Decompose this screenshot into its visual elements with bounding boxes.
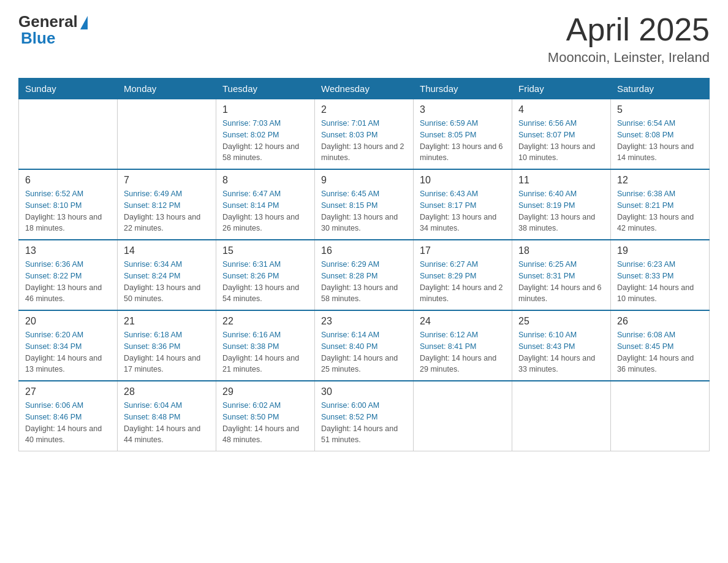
sunrise-text: Sunrise: 6:27 AM [420,260,478,269]
calendar-cell [414,381,512,451]
day-number: 14 [124,245,210,256]
day-info: Sunrise: 6:40 AMSunset: 8:19 PMDaylight:… [518,188,604,234]
calendar-cell: 2Sunrise: 7:01 AMSunset: 8:03 PMDaylight… [315,99,414,170]
calendar-cell [512,381,611,451]
sunrise-text: Sunrise: 6:18 AM [124,331,182,339]
sunrise-text: Sunrise: 6:45 AM [321,190,379,198]
day-number: 15 [222,245,308,256]
sunset-text: Sunset: 8:08 PM [617,131,673,139]
calendar-cell: 25Sunrise: 6:10 AMSunset: 8:43 PMDayligh… [512,310,611,381]
day-number: 30 [321,386,407,397]
calendar-cell: 7Sunrise: 6:49 AMSunset: 8:12 PMDaylight… [118,169,216,240]
day-info: Sunrise: 6:38 AMSunset: 8:21 PMDaylight:… [617,188,703,234]
daylight-text: Daylight: 13 hours and 14 minutes. [617,142,694,163]
calendar-cell [118,99,216,170]
sunset-text: Sunset: 8:03 PM [321,131,377,139]
sunrise-text: Sunrise: 7:01 AM [321,119,379,128]
sunrise-text: Sunrise: 6:10 AM [518,331,577,339]
day-info: Sunrise: 6:16 AMSunset: 8:38 PMDaylight:… [222,329,308,375]
day-number: 22 [222,316,308,327]
sunrise-text: Sunrise: 6:40 AM [518,190,577,198]
calendar-cell: 21Sunrise: 6:18 AMSunset: 8:36 PMDayligh… [118,310,216,381]
sunset-text: Sunset: 8:21 PM [617,201,673,210]
calendar-cell: 11Sunrise: 6:40 AMSunset: 8:19 PMDayligh… [512,169,611,240]
day-number: 1 [222,104,308,115]
day-info: Sunrise: 6:23 AMSunset: 8:33 PMDaylight:… [617,259,703,305]
sunset-text: Sunset: 8:36 PM [124,342,180,351]
calendar-cell: 15Sunrise: 6:31 AMSunset: 8:26 PMDayligh… [216,240,315,310]
day-info: Sunrise: 6:31 AMSunset: 8:26 PMDaylight:… [222,259,308,305]
day-number: 20 [25,316,111,327]
calendar-cell: 20Sunrise: 6:20 AMSunset: 8:34 PMDayligh… [19,310,118,381]
sunrise-text: Sunrise: 6:38 AM [617,190,675,198]
sunrise-text: Sunrise: 6:52 AM [25,190,83,198]
day-info: Sunrise: 6:12 AMSunset: 8:41 PMDaylight:… [420,329,506,375]
sunrise-text: Sunrise: 6:31 AM [222,260,281,269]
day-number: 4 [518,104,604,115]
daylight-text: Daylight: 13 hours and 58 minutes. [321,283,398,304]
sunset-text: Sunset: 8:40 PM [321,342,377,351]
daylight-text: Daylight: 14 hours and 33 minutes. [518,354,595,374]
calendar-cell: 19Sunrise: 6:23 AMSunset: 8:33 PMDayligh… [611,240,710,310]
daylight-text: Daylight: 13 hours and 30 minutes. [321,213,398,233]
day-number: 10 [420,175,506,186]
calendar-cell: 1Sunrise: 7:03 AMSunset: 8:02 PMDaylight… [216,99,315,170]
day-info: Sunrise: 6:56 AMSunset: 8:07 PMDaylight:… [518,118,604,164]
daylight-text: Daylight: 13 hours and 34 minutes. [420,213,496,233]
day-info: Sunrise: 6:27 AMSunset: 8:29 PMDaylight:… [420,259,506,305]
sunset-text: Sunset: 8:02 PM [222,131,279,139]
daylight-text: Daylight: 13 hours and 10 minutes. [518,142,595,163]
day-info: Sunrise: 7:01 AMSunset: 8:03 PMDaylight:… [321,118,407,164]
calendar-week-row: 1Sunrise: 7:03 AMSunset: 8:02 PMDaylight… [19,99,710,170]
calendar-week-row: 20Sunrise: 6:20 AMSunset: 8:34 PMDayligh… [19,310,710,381]
day-info: Sunrise: 6:20 AMSunset: 8:34 PMDaylight:… [25,329,111,375]
day-number: 3 [420,104,506,115]
calendar-cell: 4Sunrise: 6:56 AMSunset: 8:07 PMDaylight… [512,99,611,170]
day-info: Sunrise: 6:02 AMSunset: 8:50 PMDaylight:… [222,400,308,446]
day-info: Sunrise: 6:00 AMSunset: 8:52 PMDaylight:… [321,400,407,446]
sunrise-text: Sunrise: 6:23 AM [617,260,675,269]
day-info: Sunrise: 6:04 AMSunset: 8:48 PMDaylight:… [124,400,210,446]
location: Mooncoin, Leinster, Ireland [548,50,710,66]
day-number: 28 [124,386,210,397]
daylight-text: Daylight: 14 hours and 48 minutes. [222,424,299,445]
day-number: 18 [518,245,604,256]
sunset-text: Sunset: 8:19 PM [518,201,575,210]
sunset-text: Sunset: 8:46 PM [25,413,82,421]
sunset-text: Sunset: 8:50 PM [222,413,279,421]
sunset-text: Sunset: 8:17 PM [420,201,476,210]
day-number: 13 [25,245,111,256]
logo: General Blue [18,12,88,48]
daylight-text: Daylight: 14 hours and 36 minutes. [617,354,694,374]
sunset-text: Sunset: 8:45 PM [617,342,673,351]
day-info: Sunrise: 6:45 AMSunset: 8:15 PMDaylight:… [321,188,407,234]
sunrise-text: Sunrise: 7:03 AM [222,119,281,128]
day-number: 8 [222,175,308,186]
sunrise-text: Sunrise: 6:29 AM [321,260,379,269]
calendar-table: SundayMondayTuesdayWednesdayThursdayFrid… [18,78,710,451]
daylight-text: Daylight: 14 hours and 13 minutes. [25,354,102,374]
day-info: Sunrise: 6:14 AMSunset: 8:40 PMDaylight:… [321,329,407,375]
sunrise-text: Sunrise: 6:12 AM [420,331,478,339]
sunset-text: Sunset: 8:38 PM [222,342,279,351]
calendar-cell: 3Sunrise: 6:59 AMSunset: 8:05 PMDaylight… [414,99,512,170]
calendar-cell: 10Sunrise: 6:43 AMSunset: 8:17 PMDayligh… [414,169,512,240]
daylight-text: Daylight: 13 hours and 26 minutes. [222,213,299,233]
sunset-text: Sunset: 8:34 PM [25,342,82,351]
day-info: Sunrise: 6:52 AMSunset: 8:10 PMDaylight:… [25,188,111,234]
sunset-text: Sunset: 8:29 PM [420,272,476,280]
day-number: 11 [518,175,604,186]
day-info: Sunrise: 6:18 AMSunset: 8:36 PMDaylight:… [124,329,210,375]
sunset-text: Sunset: 8:26 PM [222,272,279,280]
daylight-text: Daylight: 14 hours and 10 minutes. [617,283,694,304]
day-info: Sunrise: 6:06 AMSunset: 8:46 PMDaylight:… [25,400,111,446]
sunrise-text: Sunrise: 6:36 AM [25,260,83,269]
calendar-cell: 22Sunrise: 6:16 AMSunset: 8:38 PMDayligh… [216,310,315,381]
daylight-text: Daylight: 13 hours and 2 minutes. [321,142,404,163]
sunrise-text: Sunrise: 6:00 AM [321,401,379,410]
sunset-text: Sunset: 8:24 PM [124,272,180,280]
day-info: Sunrise: 6:10 AMSunset: 8:43 PMDaylight:… [518,329,604,375]
sunset-text: Sunset: 8:05 PM [420,131,476,139]
daylight-text: Daylight: 13 hours and 6 minutes. [420,142,503,163]
calendar-cell: 18Sunrise: 6:25 AMSunset: 8:31 PMDayligh… [512,240,611,310]
